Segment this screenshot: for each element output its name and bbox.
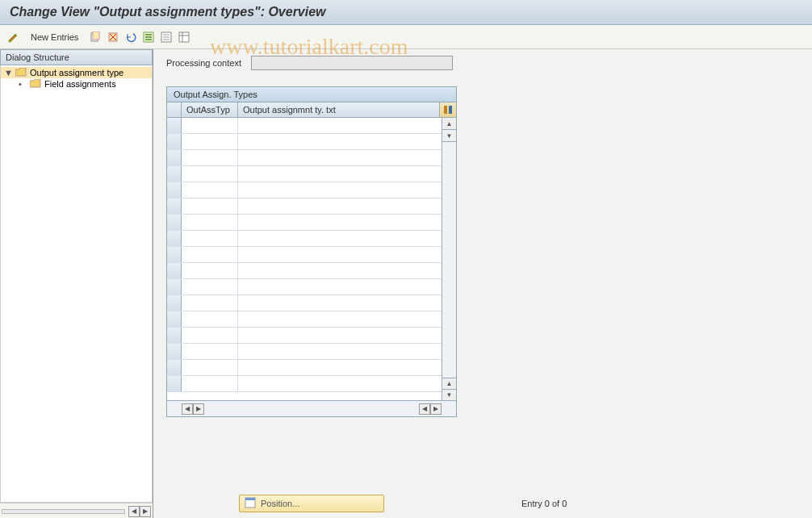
row-selector[interactable] bbox=[167, 198, 182, 214]
row-selector[interactable] bbox=[167, 279, 182, 295]
grid-vscroll-up-icon[interactable]: ▲ bbox=[442, 119, 456, 130]
cell-outasstyp[interactable] bbox=[182, 231, 238, 246]
cell-outasstyp[interactable] bbox=[182, 328, 238, 343]
grid-hscroll-left2-icon[interactable]: ◀ bbox=[419, 403, 430, 415]
svg-rect-6 bbox=[145, 34, 152, 36]
grid-hscroll-left-icon[interactable]: ◀ bbox=[182, 403, 193, 415]
cell-outasstyp[interactable] bbox=[182, 376, 238, 391]
row-selector[interactable] bbox=[167, 231, 182, 246]
svg-rect-17 bbox=[449, 106, 452, 114]
row-selector[interactable] bbox=[167, 376, 182, 391]
row-selector[interactable] bbox=[167, 295, 182, 311]
processing-context-input[interactable] bbox=[251, 56, 453, 70]
table-row[interactable] bbox=[167, 263, 442, 279]
cell-output-assign-txt[interactable] bbox=[238, 231, 442, 246]
table-row[interactable] bbox=[167, 360, 442, 376]
cell-outasstyp[interactable] bbox=[182, 311, 238, 327]
table-row[interactable] bbox=[167, 295, 442, 311]
row-selector[interactable] bbox=[167, 215, 182, 230]
undo-icon[interactable] bbox=[123, 30, 138, 44]
grid-col-outasstyp[interactable]: OutAssTyp bbox=[182, 102, 238, 117]
table-row[interactable] bbox=[167, 166, 442, 182]
cell-outasstyp[interactable] bbox=[182, 279, 238, 295]
table-row[interactable] bbox=[167, 376, 442, 392]
cell-output-assign-txt[interactable] bbox=[238, 247, 442, 262]
cell-outasstyp[interactable] bbox=[182, 118, 238, 133]
row-selector[interactable] bbox=[167, 182, 182, 198]
tree-expand-icon[interactable]: ▼ bbox=[4, 68, 12, 77]
cell-outasstyp[interactable] bbox=[182, 134, 238, 149]
table-row[interactable] bbox=[167, 215, 442, 231]
cell-output-assign-txt[interactable] bbox=[238, 150, 442, 165]
grid-vscroll-up2-icon[interactable]: ▲ bbox=[442, 378, 456, 389]
sidebar-hscroll-handle[interactable] bbox=[2, 509, 125, 514]
grid-select-all[interactable] bbox=[167, 102, 182, 117]
table-row[interactable] bbox=[167, 247, 442, 263]
sidebar-hscroll: ◀ ▶ bbox=[0, 503, 153, 518]
cell-outasstyp[interactable] bbox=[182, 295, 238, 311]
cell-output-assign-txt[interactable] bbox=[238, 118, 442, 133]
table-row[interactable] bbox=[167, 279, 442, 295]
position-button[interactable]: Position... bbox=[239, 495, 384, 512]
table-row[interactable] bbox=[167, 150, 442, 166]
cell-outasstyp[interactable] bbox=[182, 215, 238, 230]
grid-hscroll-right2-icon[interactable]: ▶ bbox=[430, 403, 442, 415]
cell-outasstyp[interactable] bbox=[182, 198, 238, 214]
deselect-all-icon[interactable] bbox=[159, 30, 174, 44]
tree-item-output-assignment-types[interactable]: ▼ Output assignment type bbox=[1, 67, 152, 78]
row-selector[interactable] bbox=[167, 263, 182, 278]
copy-icon[interactable] bbox=[88, 30, 103, 44]
grid-vscroll-down-icon[interactable]: ▼ bbox=[442, 131, 456, 142]
cell-outasstyp[interactable] bbox=[182, 360, 238, 375]
grid-vscroll-down2-icon[interactable]: ▼ bbox=[442, 389, 456, 400]
table-row[interactable] bbox=[167, 182, 442, 198]
table-row[interactable] bbox=[167, 118, 442, 134]
cell-output-assign-txt[interactable] bbox=[238, 279, 442, 295]
table-row[interactable] bbox=[167, 311, 442, 328]
cell-output-assign-txt[interactable] bbox=[238, 328, 442, 343]
select-all-icon[interactable] bbox=[141, 30, 156, 44]
row-selector[interactable] bbox=[167, 118, 182, 133]
table-row[interactable] bbox=[167, 198, 442, 215]
delete-icon[interactable] bbox=[106, 30, 120, 44]
grid-config-icon[interactable] bbox=[440, 102, 456, 117]
table-row[interactable] bbox=[167, 134, 442, 150]
cell-output-assign-txt[interactable] bbox=[238, 215, 442, 230]
cell-output-assign-txt[interactable] bbox=[238, 295, 442, 311]
cell-output-assign-txt[interactable] bbox=[238, 134, 442, 149]
table-row[interactable] bbox=[167, 231, 442, 247]
row-selector[interactable] bbox=[167, 134, 182, 149]
grid-hscroll-right-icon[interactable]: ▶ bbox=[193, 403, 204, 415]
cell-outasstyp[interactable] bbox=[182, 263, 238, 278]
row-selector[interactable] bbox=[167, 344, 182, 359]
change-icon[interactable] bbox=[6, 30, 21, 44]
row-selector[interactable] bbox=[167, 247, 182, 262]
cell-outasstyp[interactable] bbox=[182, 247, 238, 262]
cell-outasstyp[interactable] bbox=[182, 150, 238, 165]
svg-rect-7 bbox=[145, 36, 152, 38]
row-selector[interactable] bbox=[167, 166, 182, 182]
cell-output-assign-txt[interactable] bbox=[238, 311, 442, 327]
row-selector[interactable] bbox=[167, 311, 182, 327]
grid-col-output-assign-txt[interactable]: Output assignmnt ty. txt bbox=[238, 102, 440, 117]
cell-output-assign-txt[interactable] bbox=[238, 360, 442, 375]
cell-output-assign-txt[interactable] bbox=[238, 182, 442, 198]
cell-output-assign-txt[interactable] bbox=[238, 198, 442, 214]
cell-outasstyp[interactable] bbox=[182, 166, 238, 182]
cell-outasstyp[interactable] bbox=[182, 182, 238, 198]
table-row[interactable] bbox=[167, 328, 442, 344]
table-row[interactable] bbox=[167, 344, 442, 360]
cell-output-assign-txt[interactable] bbox=[238, 263, 442, 278]
cell-output-assign-txt[interactable] bbox=[238, 166, 442, 182]
cell-output-assign-txt[interactable] bbox=[238, 344, 442, 359]
row-selector[interactable] bbox=[167, 360, 182, 375]
row-selector[interactable] bbox=[167, 328, 182, 343]
cell-output-assign-txt[interactable] bbox=[238, 376, 442, 391]
sidebar-hscroll-right-icon[interactable]: ▶ bbox=[140, 506, 151, 517]
tree-item-field-assignments[interactable]: • Field assignments bbox=[1, 78, 152, 90]
new-entries-button[interactable]: New Entries bbox=[24, 31, 85, 44]
table-settings-icon[interactable] bbox=[177, 30, 191, 44]
sidebar-hscroll-left-icon[interactable]: ◀ bbox=[128, 506, 140, 517]
cell-outasstyp[interactable] bbox=[182, 344, 238, 359]
row-selector[interactable] bbox=[167, 150, 182, 165]
